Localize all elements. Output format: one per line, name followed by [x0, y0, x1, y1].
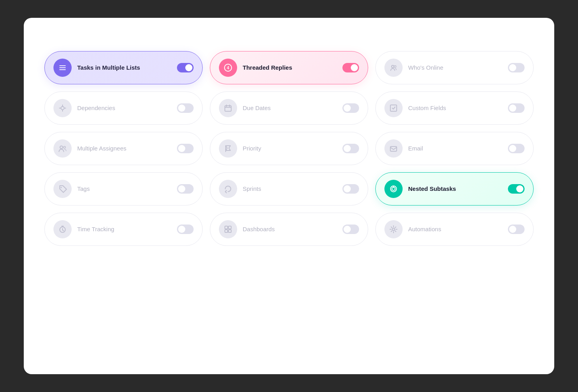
svg-point-10 — [60, 146, 63, 149]
clickapps-window: Tasks in Multiple Lists 4 Threaded Repli… — [24, 18, 554, 374]
time-tracking-label: Time Tracking — [77, 225, 171, 233]
whos-online-toggle-knob — [509, 64, 516, 71]
svg-point-6 — [394, 66, 396, 68]
tasks-multiple-lists-toggle-knob — [185, 64, 192, 71]
multiple-assignees-icon — [53, 139, 72, 158]
whos-online-label: Who's Online — [408, 64, 502, 72]
dashboards-toggle-knob — [344, 226, 351, 233]
time-tracking-icon — [53, 220, 72, 238]
svg-point-14 — [61, 187, 62, 188]
email-toggle[interactable] — [508, 144, 525, 153]
whos-online-icon — [384, 59, 403, 77]
svg-point-15 — [392, 187, 395, 190]
nested-subtasks-toggle-track — [508, 184, 525, 194]
multiple-assignees-toggle-knob — [178, 145, 185, 152]
custom-fields-toggle-knob — [509, 105, 516, 112]
nested-subtasks-label: Nested Subtasks — [408, 185, 502, 193]
card-time-tracking[interactable]: Time Tracking — [44, 213, 203, 246]
automations-icon — [384, 220, 403, 238]
whos-online-toggle[interactable] — [508, 63, 525, 72]
sprints-icon — [219, 180, 237, 198]
automations-label: Automations — [408, 225, 502, 233]
automations-toggle-knob — [509, 226, 516, 233]
nested-subtasks-toggle-knob — [516, 185, 523, 192]
time-tracking-toggle-knob — [178, 226, 185, 233]
svg-rect-9 — [390, 105, 397, 111]
dependencies-toggle-knob — [178, 105, 185, 112]
dashboards-label: Dashboards — [243, 225, 337, 233]
svg-point-5 — [392, 65, 394, 68]
time-tracking-toggle-track — [177, 225, 194, 234]
svg-rect-8 — [225, 106, 231, 111]
card-sprints[interactable]: Sprints — [210, 172, 368, 206]
svg-point-7 — [61, 107, 64, 110]
card-priority[interactable]: Priority — [210, 132, 368, 165]
card-dashboards[interactable]: Dashboards — [210, 213, 368, 246]
nested-subtasks-toggle[interactable] — [508, 184, 525, 194]
apps-grid: Tasks in Multiple Lists 4 Threaded Repli… — [44, 51, 534, 246]
threaded-replies-label: Threaded Replies — [243, 64, 337, 72]
card-tasks-multiple-lists[interactable]: Tasks in Multiple Lists — [44, 51, 203, 84]
dependencies-toggle[interactable] — [177, 103, 194, 113]
sprints-label: Sprints — [243, 185, 337, 193]
automations-toggle[interactable] — [508, 225, 525, 234]
card-automations[interactable]: Automations — [375, 213, 534, 246]
tasks-multiple-lists-toggle-track — [177, 63, 194, 72]
due-dates-label: Due Dates — [243, 104, 337, 112]
priority-toggle-track — [342, 144, 359, 153]
due-dates-toggle-track — [342, 103, 359, 113]
priority-toggle-knob — [344, 145, 351, 152]
time-tracking-toggle[interactable] — [177, 225, 194, 234]
threaded-replies-toggle-track — [342, 63, 359, 72]
tags-label: Tags — [77, 185, 171, 193]
dependencies-label: Dependencies — [77, 104, 171, 112]
automations-toggle-track — [508, 225, 525, 234]
tasks-multiple-lists-icon — [53, 59, 72, 77]
due-dates-toggle-knob — [344, 105, 351, 112]
custom-fields-icon — [384, 99, 403, 117]
card-threaded-replies[interactable]: 4 Threaded Replies — [210, 51, 368, 84]
dependencies-icon — [53, 99, 72, 117]
card-custom-fields[interactable]: Custom Fields — [375, 91, 534, 125]
email-label: Email — [408, 145, 502, 152]
svg-point-11 — [64, 147, 66, 148]
dashboards-toggle-track — [342, 225, 359, 234]
card-email[interactable]: Email — [375, 132, 534, 165]
card-nested-subtasks[interactable]: Nested Subtasks — [375, 172, 534, 206]
email-toggle-track — [508, 144, 525, 153]
card-dependencies[interactable]: Dependencies — [44, 91, 203, 125]
tags-toggle[interactable] — [177, 184, 194, 194]
sprints-toggle-track — [342, 184, 359, 194]
tasks-multiple-lists-toggle[interactable] — [177, 63, 194, 72]
sprints-toggle[interactable] — [342, 184, 359, 194]
svg-text:4: 4 — [227, 66, 229, 70]
email-toggle-knob — [509, 145, 516, 152]
multiple-assignees-toggle-track — [177, 144, 194, 153]
card-whos-online[interactable]: Who's Online — [375, 51, 534, 84]
priority-label: Priority — [243, 145, 337, 152]
svg-rect-19 — [225, 226, 228, 229]
svg-rect-21 — [225, 230, 228, 232]
multiple-assignees-label: Multiple Assignees — [77, 145, 171, 152]
priority-icon — [219, 139, 237, 158]
dashboards-toggle[interactable] — [342, 225, 359, 234]
tags-icon — [53, 180, 72, 198]
dependencies-toggle-track — [177, 103, 194, 113]
multiple-assignees-toggle[interactable] — [177, 144, 194, 153]
threaded-replies-toggle[interactable] — [342, 63, 359, 72]
tags-toggle-track — [177, 184, 194, 194]
custom-fields-toggle-track — [508, 103, 525, 113]
sprints-toggle-knob — [344, 185, 351, 192]
custom-fields-label: Custom Fields — [408, 104, 502, 112]
due-dates-toggle[interactable] — [342, 103, 359, 113]
due-dates-icon — [219, 99, 237, 117]
card-multiple-assignees[interactable]: Multiple Assignees — [44, 132, 203, 165]
priority-toggle[interactable] — [342, 144, 359, 153]
card-due-dates[interactable]: Due Dates — [210, 91, 368, 125]
card-tags[interactable]: Tags — [44, 172, 203, 206]
nested-subtasks-icon — [384, 180, 403, 198]
whos-online-toggle-track — [508, 63, 525, 72]
threaded-replies-icon: 4 — [219, 59, 237, 77]
custom-fields-toggle[interactable] — [508, 103, 525, 113]
threaded-replies-toggle-knob — [351, 64, 358, 71]
